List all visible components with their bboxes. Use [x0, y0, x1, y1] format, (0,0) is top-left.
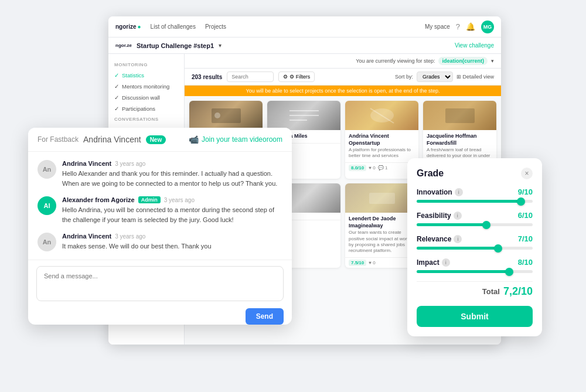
chat-panel: For Fastback Andrina Vincent New 📹 Join …	[28, 128, 292, 325]
svg-rect-2	[289, 110, 319, 111]
project-desc: A platform for professionals to better t…	[349, 147, 415, 159]
comment-icon: 💬 1	[378, 165, 388, 171]
submit-button[interactable]: Submit	[417, 306, 533, 327]
chat-header: For Fastback Andrina Vincent New 📹 Join …	[28, 128, 292, 152]
grade-slider[interactable]	[417, 247, 533, 250]
grade-badge: 7.5/10	[349, 260, 366, 266]
sidebar-item-label: Statistics	[122, 72, 144, 79]
grade-row-header: Feasibility i 6/10	[417, 211, 533, 220]
grade-slider[interactable]	[417, 223, 533, 226]
grade-total: Total 7,2/10	[417, 281, 533, 298]
chat-message: An Andrina Vincent 3 years ago Hello Ale…	[38, 160, 282, 188]
svg-rect-8	[369, 193, 395, 204]
info-banner: You will be able to select projects once…	[185, 86, 501, 96]
info-icon[interactable]: i	[454, 235, 462, 243]
chat-message: An Andrina Vincent 3 years ago It makes …	[38, 233, 282, 251]
sender-name: Andrina Vincent	[62, 160, 111, 167]
svg-rect-3	[289, 115, 319, 116]
info-icon[interactable]: i	[455, 188, 463, 196]
chat-avatar: An	[38, 160, 56, 179]
sort-label: Sort by:	[395, 74, 413, 80]
project-desc: Our team wants to create positive social…	[349, 230, 415, 254]
svg-point-1	[214, 113, 220, 118]
info-icon[interactable]: i	[442, 258, 450, 267]
check-icon: ✓	[114, 72, 119, 79]
video-room-button[interactable]: 📹 Join your team videoroom	[189, 135, 282, 144]
grade-row-innovation: Innovation i 9/10	[417, 188, 533, 203]
nav-right: My space ? 🔔 MG	[425, 21, 494, 33]
grade-row-impact: Impact i 8/10	[417, 258, 533, 273]
close-button[interactable]: ×	[521, 168, 533, 179]
grade-label-group: Impact i	[417, 258, 450, 267]
project-image	[189, 101, 263, 130]
grade-value: 7/10	[518, 234, 533, 243]
msg-text: It makes sense. We will do our best then…	[62, 241, 282, 251]
bell-icon[interactable]: 🔔	[466, 22, 475, 31]
grade-slider[interactable]	[417, 270, 533, 273]
project-name: Jacqueline Hoffman	[427, 133, 493, 139]
svg-rect-7	[445, 108, 475, 123]
filter-btn-label: ⚙ Filters	[289, 74, 310, 80]
grade-slider[interactable]	[417, 200, 533, 203]
project-image	[423, 101, 496, 130]
view-challenge-link[interactable]: View challenge	[455, 42, 494, 49]
grade-row-relevance: Relevance i 7/10	[417, 234, 533, 250]
view-toggle[interactable]: ⊞ Detailed view	[456, 74, 494, 80]
sidebar-monitoring-title: MONITORING	[108, 60, 184, 70]
search-input[interactable]	[227, 71, 274, 82]
sidebar-item-mentors[interactable]: ✓ Mentors monitoring	[108, 81, 184, 92]
sidebar-item-discussion[interactable]: ✓ Discussion wall	[108, 92, 184, 103]
grade-value: 6/10	[518, 211, 533, 220]
sort-select[interactable]: Grades	[417, 71, 453, 82]
nav-my-space[interactable]: My space	[425, 23, 450, 30]
nav-list-challenges[interactable]: List of challenges	[151, 23, 196, 30]
svg-rect-4	[289, 120, 307, 121]
grade-label: Feasibility	[417, 212, 451, 220]
chat-input-area: Send	[28, 260, 292, 312]
project-image	[345, 101, 418, 130]
message-input[interactable]	[36, 266, 284, 301]
top-nav: ngorize● List of challenges Projects My …	[108, 16, 501, 38]
grade-row-header: Impact i 8/10	[417, 258, 533, 267]
chat-msg-content: Andrina Vincent 3 years ago Hello Alexan…	[62, 160, 282, 188]
msg-time: 3 years ago	[115, 233, 145, 240]
app-logo: ngorize●	[115, 23, 141, 30]
sidebar-item-statistics[interactable]: ✓ Statistics	[108, 70, 184, 81]
grade-label: Innovation	[417, 188, 452, 196]
help-icon[interactable]: ?	[456, 22, 460, 31]
project-title: Imaginealway	[349, 223, 415, 229]
grade-row-header: Innovation i 9/10	[417, 188, 533, 196]
sidebar-conversations-title: CONVERSATIONS	[108, 114, 184, 124]
total-value: 7,2/10	[503, 285, 533, 298]
grade-value: 8/10	[518, 258, 533, 267]
challenge-title[interactable]: Startup Challenge #step1	[137, 42, 214, 49]
grade-row-feasibility: Feasibility i 6/10	[417, 211, 533, 226]
step-badge[interactable]: ideation(current)	[438, 57, 488, 65]
step-dropdown-icon[interactable]: ▾	[491, 58, 494, 64]
grade-title: Grade	[417, 168, 444, 179]
sidebar-item-label: Discussion wall	[122, 94, 160, 101]
send-button[interactable]: Send	[246, 308, 284, 325]
project-name: Andrina Vincent	[349, 133, 415, 139]
challenge-bar: ngor.ze Startup Challenge #step1 ▾ View …	[108, 38, 501, 54]
grade-header: Grade ×	[417, 168, 533, 179]
project-title: Openstartup	[349, 140, 415, 146]
info-icon[interactable]: i	[454, 212, 462, 220]
chat-message: Al Alexander from Agorize Admin 3 years …	[38, 196, 282, 224]
sidebar-item-participations[interactable]: ✓ Participations	[108, 103, 184, 114]
chat-msg-header: Alexander from Agorize Admin 3 years ago	[62, 196, 282, 203]
chat-for-label: For Fastback	[38, 135, 79, 144]
filter-button[interactable]: ⚙ ⚙ Filters	[278, 71, 315, 82]
grade-label: Relevance	[417, 235, 451, 243]
sidebar-item-label: Mentors monitoring	[122, 83, 169, 90]
nav-avatar[interactable]: MG	[481, 21, 494, 33]
grid-icon: ⊞	[456, 74, 461, 80]
check-icon-2: ✓	[114, 83, 119, 90]
project-image	[267, 101, 340, 130]
challenge-dropdown-icon[interactable]: ▾	[219, 42, 222, 49]
step-bar-label: You are currently viewing for step:	[356, 58, 435, 64]
chat-msg-content: Andrina Vincent 3 years ago It makes sen…	[62, 233, 282, 251]
chat-new-badge: New	[146, 135, 166, 144]
nav-projects[interactable]: Projects	[205, 23, 226, 30]
sender-name: Alexander from Agorize	[62, 196, 135, 203]
